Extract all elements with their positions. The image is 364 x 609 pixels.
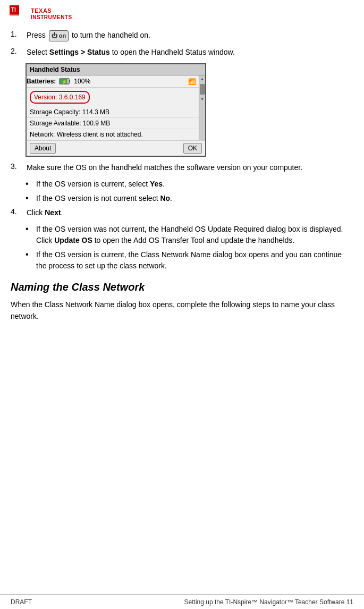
battery-icon: ⚡: [59, 78, 71, 85]
bullet-item-current: • If the OS version is current, the Clas…: [26, 249, 353, 272]
handheld-window-title: Handheld Status: [30, 66, 80, 73]
storage-capacity-row: Storage Capacity: 114.3 MB: [27, 107, 199, 118]
about-button[interactable]: About: [30, 143, 56, 154]
svg-text:⚡: ⚡: [62, 79, 67, 84]
svg-text:📶: 📶: [188, 78, 196, 85]
bullet-yes-text: If the OS version is current, select Yes…: [36, 179, 165, 190]
bullet-dot-1: •: [26, 179, 32, 190]
svg-rect-6: [69, 80, 70, 82]
scroll-up-arrow[interactable]: ▲: [200, 75, 205, 83]
storage-available-row: Storage Available: 100.9 MB: [27, 118, 199, 129]
step-2-text: Select Settings > Status to open the Han…: [27, 47, 235, 58]
step-1-text-after: to turn the handheld on.: [72, 31, 150, 39]
wifi-icon-area: 📶: [188, 78, 199, 85]
logo-text: TEXAS INSTRUMENTS: [31, 7, 72, 20]
scroll-down-arrow[interactable]: ▼: [200, 96, 205, 103]
batteries-row: Batteries: ⚡ 100%: [27, 75, 199, 88]
step-3: 3. Make sure the OS on the handheld matc…: [11, 162, 353, 173]
step-4-text: Click Next.: [27, 207, 63, 218]
page-header: TI TEXAS INSTRUMENTS: [0, 0, 364, 26]
bullet-item-yes: • If the OS version is current, select Y…: [26, 179, 353, 190]
main-content: 1. Press ⏻ on to turn the handheld on. 2…: [0, 26, 364, 359]
handheld-title-bar: Handheld Status: [27, 64, 205, 75]
step-2-bold: Settings > Status: [49, 48, 110, 56]
bullet-item-no: • If the OS version is not current selec…: [26, 193, 353, 204]
section-body: When the Class Network Name dialog box o…: [11, 299, 353, 323]
step-1-number: 1.: [11, 30, 22, 41]
step-1: 1. Press ⏻ on to turn the handheld on.: [11, 30, 353, 41]
logo-instruments: INSTRUMENTS: [31, 14, 72, 20]
footer-draft: DRAFT: [11, 598, 32, 606]
step-4-number: 4.: [11, 207, 22, 218]
bullet-item-update: • If the OS version was not current, the…: [26, 224, 353, 246]
yes-bold: Yes: [150, 180, 163, 188]
scrollbar[interactable]: ▲ ▼: [199, 75, 205, 140]
svg-rect-3: [10, 14, 19, 15]
page-footer: DRAFT Setting up the TI-Nspire™ Navigato…: [0, 595, 364, 609]
no-bold: No: [160, 194, 170, 202]
step-2-text-before: Select: [27, 48, 47, 56]
step-2: 2. Select Settings > Status to open the …: [11, 47, 353, 58]
step-1-text-before: Press: [27, 31, 46, 39]
next-bold: Next: [45, 208, 61, 217]
step-2-text-after: to open the Handheld Status window.: [112, 48, 235, 56]
handheld-window: Handheld Status Batteries: ⚡: [26, 63, 206, 157]
logo-texas: TEXAS: [31, 7, 72, 14]
version-container: Version: 3.6.0.169: [27, 88, 199, 107]
step-4-bullets: • If the OS version was not current, the…: [26, 224, 353, 272]
ti-logo-icon: TI: [9, 4, 28, 23]
wifi-icon: 📶: [188, 78, 199, 85]
step-3-bullets: • If the OS version is current, select Y…: [26, 179, 353, 204]
bullet-no-text: If the OS version is not current select …: [36, 193, 172, 204]
step-3-text: Make sure the OS on the handheld matches…: [27, 162, 302, 173]
section-heading: Naming the Class Network: [11, 281, 353, 293]
step-3-number: 3.: [11, 162, 22, 173]
logo: TI TEXAS INSTRUMENTS: [9, 4, 72, 23]
bullet-update-text: If the OS version was not current, the H…: [36, 224, 353, 246]
bullet-current-text: If the OS version is current, the Class …: [36, 249, 353, 272]
screenshot-container: Handheld Status Batteries: ⚡: [26, 63, 353, 157]
scroll-thumb[interactable]: [200, 84, 205, 95]
bullet-dot-4: •: [26, 249, 32, 272]
version-row: Version: 3.6.0.169: [30, 91, 90, 104]
svg-text:TI: TI: [11, 7, 16, 13]
footer-title: Setting up the TI-Nspire™ Navigator™ Tea…: [184, 598, 353, 606]
window-content: Batteries: ⚡ 100%: [27, 75, 199, 140]
update-os-bold: Update OS: [54, 236, 92, 244]
battery-percent: 100%: [74, 78, 90, 85]
step-4: 4. Click Next.: [11, 207, 353, 218]
on-button-inline: ⏻ on: [49, 30, 69, 41]
step-2-number: 2.: [11, 47, 22, 58]
network-row: Network: Wireless client is not attached…: [27, 129, 199, 140]
step-1-text: Press ⏻ on to turn the handheld on.: [27, 30, 150, 41]
ok-button[interactable]: OK: [183, 143, 202, 154]
handheld-footer: About OK: [27, 140, 205, 156]
bullet-dot-2: •: [26, 193, 32, 204]
bullet-dot-3: •: [26, 224, 32, 246]
window-inner: Batteries: ⚡ 100%: [27, 75, 205, 140]
batteries-label: Batteries:: [27, 78, 56, 85]
